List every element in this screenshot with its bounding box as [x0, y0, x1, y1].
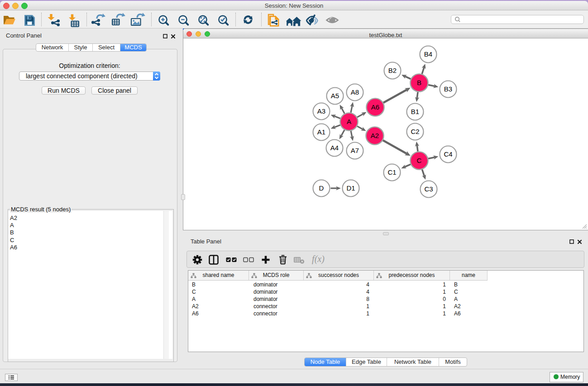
svg-text:C1: C1: [387, 168, 396, 176]
svg-text:A2: A2: [371, 132, 379, 139]
svg-text:C: C: [417, 157, 422, 164]
svg-text:D: D: [319, 184, 324, 192]
svg-text:C2: C2: [411, 128, 419, 135]
svg-text:A3: A3: [317, 107, 325, 115]
svg-text:A5: A5: [331, 92, 339, 100]
svg-text:A8: A8: [351, 88, 359, 96]
svg-text:B3: B3: [444, 85, 452, 93]
svg-text:A6: A6: [371, 103, 379, 111]
svg-text:C4: C4: [444, 150, 452, 158]
svg-text:B4: B4: [424, 50, 432, 58]
svg-text:A1: A1: [317, 128, 325, 136]
svg-text:B2: B2: [388, 67, 397, 74]
svg-text:C3: C3: [424, 185, 433, 193]
svg-text:A4: A4: [330, 144, 339, 152]
svg-text:B1: B1: [411, 108, 419, 115]
svg-text:D1: D1: [346, 184, 355, 192]
svg-text:A7: A7: [351, 147, 359, 154]
svg-text:B: B: [417, 79, 421, 86]
svg-text:A: A: [347, 118, 351, 125]
